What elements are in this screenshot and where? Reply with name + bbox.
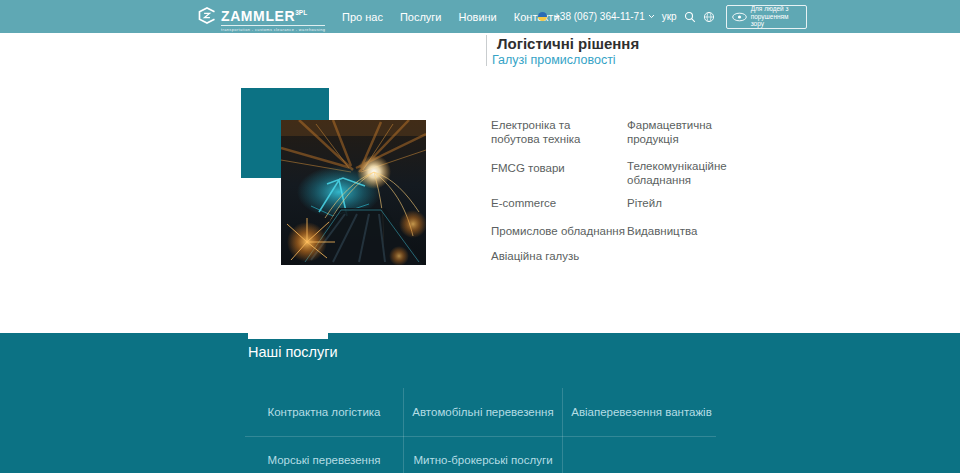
phone-number: +38 (067) 364-11-71 bbox=[554, 11, 645, 22]
service-link-contract-logistics[interactable]: Контрактна логістика bbox=[245, 388, 403, 436]
chevron-down-icon bbox=[648, 14, 655, 19]
breadcrumb-industries-link[interactable]: Галузі промисловості bbox=[492, 53, 616, 67]
footer-notch-decoration bbox=[248, 333, 328, 339]
phone-link[interactable]: +38 (067) 364-11-71 bbox=[554, 11, 655, 22]
footer-title: Наші послуги bbox=[248, 344, 338, 360]
industry-link-aviation[interactable]: Авіаційна галузь bbox=[491, 250, 579, 264]
industry-link-pharma[interactable]: Фармацевтична продукція bbox=[627, 119, 727, 146]
logo[interactable]: ZAMMLER3PL transportation - customs clea… bbox=[197, 5, 325, 32]
search-icon[interactable] bbox=[684, 11, 696, 23]
title-left-divider bbox=[486, 35, 487, 66]
service-link-customs-broker[interactable]: Митно-брокерські послуги bbox=[404, 436, 562, 473]
nav-item-about[interactable]: Про нас bbox=[342, 11, 383, 23]
industry-link-ecommerce[interactable]: E-commerce bbox=[491, 197, 556, 211]
zammler-logo-icon bbox=[197, 5, 217, 26]
main-nav: Про нас Послуги Новини Контакти bbox=[342, 0, 560, 33]
industry-link-electronics[interactable]: Електроніка та побутова техніка bbox=[491, 119, 621, 146]
services-footer-section: Наші послуги Контрактна логістика Автомо… bbox=[0, 333, 960, 473]
service-link-air-freight[interactable]: Авіаперевезення вантажів bbox=[563, 388, 720, 436]
service-link-road-transport[interactable]: Автомобільні перевезення bbox=[404, 388, 562, 436]
logo-text: ZAMMLER3PL transportation - customs clea… bbox=[221, 5, 325, 32]
industry-link-publishing[interactable]: Видавництва bbox=[627, 225, 697, 239]
nav-item-news[interactable]: Новини bbox=[459, 11, 497, 23]
logo-tagline: transportation - customs clearance - war… bbox=[221, 25, 325, 32]
industry-link-industrial[interactable]: Промислове обладнання bbox=[491, 225, 625, 239]
logo-wordmark: ZAMMLER bbox=[221, 8, 295, 24]
logo-3pl-superscript: 3PL bbox=[295, 9, 307, 16]
nav-item-services[interactable]: Послуги bbox=[400, 11, 442, 23]
page-title: Логістичні рішення bbox=[497, 35, 639, 52]
industry-link-fmcg[interactable]: FMCG товари bbox=[491, 162, 565, 176]
industry-link-retail[interactable]: Рітейл bbox=[627, 197, 662, 211]
accessibility-mode-button[interactable]: Для людей з порушенням зору bbox=[726, 5, 807, 29]
accessibility-button-label: Для людей з порушенням зору bbox=[751, 5, 801, 28]
language-selector[interactable]: укр bbox=[662, 11, 677, 22]
globe-icon[interactable] bbox=[703, 11, 715, 23]
industry-link-telecom[interactable]: Телекомунікаційне обладнання bbox=[627, 160, 732, 187]
warehouse-photo bbox=[281, 120, 426, 265]
ukraine-flag-icon bbox=[538, 12, 547, 21]
top-header-bar: ZAMMLER3PL transportation - customs clea… bbox=[0, 0, 960, 33]
eye-icon bbox=[732, 12, 747, 22]
header-right-group: +38 (067) 364-11-71 укр Для люде bbox=[538, 0, 807, 33]
service-link-sea-transport[interactable]: Морські перевезення bbox=[245, 436, 403, 473]
